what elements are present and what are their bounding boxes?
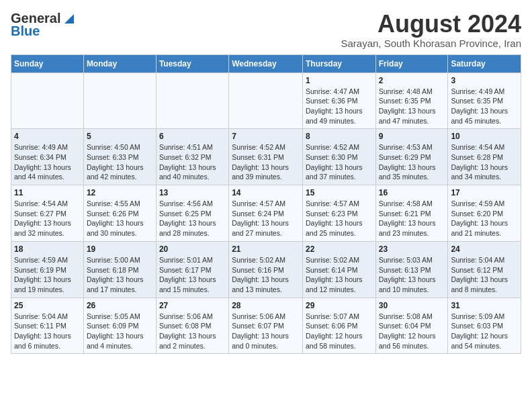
calendar-cell: 18Sunrise: 4:59 AM Sunset: 6:19 PM Dayli…: [11, 241, 84, 298]
weekday-header-saturday: Saturday: [448, 54, 521, 73]
day-number: 24: [451, 244, 518, 254]
logo: General Blue: [11, 11, 74, 39]
day-detail: Sunrise: 4:59 AM Sunset: 6:20 PM Dayligh…: [451, 199, 518, 238]
logo-blue-text: Blue: [11, 24, 40, 39]
calendar-cell: 28Sunrise: 5:06 AM Sunset: 6:07 PM Dayli…: [229, 298, 303, 354]
day-number: 13: [159, 188, 226, 197]
day-detail: Sunrise: 4:51 AM Sunset: 6:32 PM Dayligh…: [159, 142, 226, 182]
day-number: 25: [14, 301, 81, 310]
day-number: 12: [87, 188, 153, 197]
calendar-cell: 21Sunrise: 5:02 AM Sunset: 6:16 PM Dayli…: [229, 241, 303, 298]
day-detail: Sunrise: 5:08 AM Sunset: 6:04 PM Dayligh…: [379, 312, 445, 351]
calendar-cell: 11Sunrise: 4:54 AM Sunset: 6:27 PM Dayli…: [11, 185, 84, 242]
weekday-header-thursday: Thursday: [302, 54, 375, 73]
day-detail: Sunrise: 5:01 AM Sunset: 6:17 PM Dayligh…: [159, 255, 226, 295]
day-number: 5: [87, 132, 153, 141]
calendar-week-row: 1Sunrise: 4:47 AM Sunset: 6:36 PM Daylig…: [11, 73, 521, 129]
day-number: 6: [159, 132, 226, 141]
day-number: 19: [87, 244, 153, 254]
calendar-cell: 4Sunrise: 4:49 AM Sunset: 6:34 PM Daylig…: [11, 129, 84, 185]
day-number: 20: [159, 244, 226, 254]
day-detail: Sunrise: 4:50 AM Sunset: 6:33 PM Dayligh…: [87, 142, 153, 182]
calendar-title: August 2024: [341, 11, 522, 38]
day-detail: Sunrise: 4:49 AM Sunset: 6:35 PM Dayligh…: [451, 87, 518, 126]
calendar-week-row: 4Sunrise: 4:49 AM Sunset: 6:34 PM Daylig…: [11, 129, 521, 185]
weekday-header-sunday: Sunday: [11, 54, 84, 73]
day-number: 1: [306, 76, 373, 85]
calendar-table: SundayMondayTuesdayWednesdayThursdayFrid…: [11, 54, 521, 355]
day-detail: Sunrise: 4:54 AM Sunset: 6:27 PM Dayligh…: [14, 199, 81, 238]
weekday-header-row: SundayMondayTuesdayWednesdayThursdayFrid…: [11, 54, 521, 73]
calendar-cell: 8Sunrise: 4:52 AM Sunset: 6:30 PM Daylig…: [302, 129, 375, 185]
calendar-cell: 13Sunrise: 4:56 AM Sunset: 6:25 PM Dayli…: [156, 185, 228, 242]
calendar-body: 1Sunrise: 4:47 AM Sunset: 6:36 PM Daylig…: [11, 73, 521, 354]
day-detail: Sunrise: 5:06 AM Sunset: 6:07 PM Dayligh…: [232, 312, 300, 351]
calendar-cell: [156, 73, 228, 129]
calendar-week-row: 18Sunrise: 4:59 AM Sunset: 6:19 PM Dayli…: [11, 241, 521, 298]
day-number: 27: [159, 301, 226, 310]
logo-triangle-icon: [62, 13, 74, 25]
weekday-header-wednesday: Wednesday: [229, 54, 303, 73]
day-number: 2: [379, 76, 445, 85]
day-number: 11: [14, 188, 81, 197]
calendar-week-row: 25Sunrise: 5:04 AM Sunset: 6:11 PM Dayli…: [11, 298, 521, 354]
weekday-header-tuesday: Tuesday: [156, 54, 228, 73]
calendar-header: SundayMondayTuesdayWednesdayThursdayFrid…: [11, 54, 521, 73]
day-detail: Sunrise: 4:53 AM Sunset: 6:29 PM Dayligh…: [379, 142, 445, 182]
day-number: 18: [14, 244, 81, 254]
calendar-cell: 16Sunrise: 4:58 AM Sunset: 6:21 PM Dayli…: [375, 185, 448, 242]
day-number: 10: [451, 132, 518, 141]
calendar-cell: 17Sunrise: 4:59 AM Sunset: 6:20 PM Dayli…: [448, 185, 521, 242]
day-detail: Sunrise: 5:09 AM Sunset: 6:03 PM Dayligh…: [451, 312, 518, 351]
day-detail: Sunrise: 4:52 AM Sunset: 6:31 PM Dayligh…: [232, 142, 300, 182]
day-detail: Sunrise: 4:48 AM Sunset: 6:35 PM Dayligh…: [379, 87, 445, 126]
day-detail: Sunrise: 5:00 AM Sunset: 6:18 PM Dayligh…: [87, 255, 153, 295]
day-detail: Sunrise: 5:03 AM Sunset: 6:13 PM Dayligh…: [379, 255, 445, 295]
day-detail: Sunrise: 4:57 AM Sunset: 6:23 PM Dayligh…: [306, 199, 373, 238]
day-detail: Sunrise: 5:04 AM Sunset: 6:12 PM Dayligh…: [451, 255, 518, 295]
day-detail: Sunrise: 4:55 AM Sunset: 6:26 PM Dayligh…: [87, 199, 153, 238]
calendar-cell: 5Sunrise: 4:50 AM Sunset: 6:33 PM Daylig…: [83, 129, 156, 185]
day-number: 26: [87, 301, 153, 310]
calendar-cell: 19Sunrise: 5:00 AM Sunset: 6:18 PM Dayli…: [83, 241, 156, 298]
calendar-cell: 23Sunrise: 5:03 AM Sunset: 6:13 PM Dayli…: [375, 241, 448, 298]
day-number: 28: [232, 301, 300, 310]
day-number: 29: [306, 301, 373, 310]
calendar-cell: [11, 73, 84, 129]
day-number: 31: [451, 301, 518, 310]
day-detail: Sunrise: 5:05 AM Sunset: 6:09 PM Dayligh…: [87, 312, 153, 351]
day-number: 14: [232, 188, 300, 197]
calendar-cell: 24Sunrise: 5:04 AM Sunset: 6:12 PM Dayli…: [448, 241, 521, 298]
day-detail: Sunrise: 5:02 AM Sunset: 6:14 PM Dayligh…: [306, 255, 373, 295]
page-header: General Blue August 2024 Sarayan, South …: [11, 11, 521, 49]
calendar-cell: 31Sunrise: 5:09 AM Sunset: 6:03 PM Dayli…: [448, 298, 521, 354]
day-number: 17: [451, 188, 518, 197]
calendar-cell: 10Sunrise: 4:54 AM Sunset: 6:28 PM Dayli…: [448, 129, 521, 185]
day-number: 16: [379, 188, 445, 197]
day-detail: Sunrise: 5:07 AM Sunset: 6:06 PM Dayligh…: [306, 312, 373, 351]
day-number: 4: [14, 132, 81, 141]
calendar-cell: 3Sunrise: 4:49 AM Sunset: 6:35 PM Daylig…: [448, 73, 521, 129]
calendar-cell: 29Sunrise: 5:07 AM Sunset: 6:06 PM Dayli…: [302, 298, 375, 354]
day-detail: Sunrise: 4:56 AM Sunset: 6:25 PM Dayligh…: [159, 199, 226, 238]
calendar-cell: 12Sunrise: 4:55 AM Sunset: 6:26 PM Dayli…: [83, 185, 156, 242]
calendar-cell: 9Sunrise: 4:53 AM Sunset: 6:29 PM Daylig…: [375, 129, 448, 185]
day-detail: Sunrise: 4:58 AM Sunset: 6:21 PM Dayligh…: [379, 199, 445, 238]
calendar-cell: [229, 73, 303, 129]
calendar-subtitle: Sarayan, South Khorasan Province, Iran: [341, 38, 522, 49]
day-number: 9: [379, 132, 445, 141]
calendar-cell: 20Sunrise: 5:01 AM Sunset: 6:17 PM Dayli…: [156, 241, 228, 298]
calendar-cell: 22Sunrise: 5:02 AM Sunset: 6:14 PM Dayli…: [302, 241, 375, 298]
day-detail: Sunrise: 4:57 AM Sunset: 6:24 PM Dayligh…: [232, 199, 300, 238]
calendar-cell: 25Sunrise: 5:04 AM Sunset: 6:11 PM Dayli…: [11, 298, 84, 354]
day-detail: Sunrise: 5:06 AM Sunset: 6:08 PM Dayligh…: [159, 312, 226, 351]
calendar-cell: 30Sunrise: 5:08 AM Sunset: 6:04 PM Dayli…: [375, 298, 448, 354]
calendar-cell: 27Sunrise: 5:06 AM Sunset: 6:08 PM Dayli…: [156, 298, 228, 354]
calendar-cell: 26Sunrise: 5:05 AM Sunset: 6:09 PM Dayli…: [83, 298, 156, 354]
day-number: 3: [451, 76, 518, 85]
calendar-title-area: August 2024 Sarayan, South Khorasan Prov…: [341, 11, 522, 49]
calendar-cell: 15Sunrise: 4:57 AM Sunset: 6:23 PM Dayli…: [302, 185, 375, 242]
calendar-cell: 1Sunrise: 4:47 AM Sunset: 6:36 PM Daylig…: [302, 73, 375, 129]
day-number: 7: [232, 132, 300, 141]
day-detail: Sunrise: 4:59 AM Sunset: 6:19 PM Dayligh…: [14, 255, 81, 295]
